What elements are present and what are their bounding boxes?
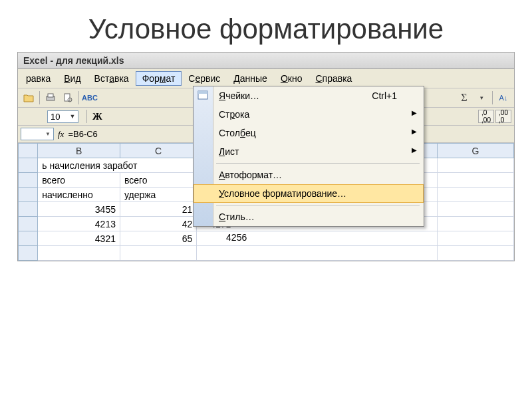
row-header[interactable] — [19, 173, 38, 188]
col-header-b[interactable]: B — [38, 144, 120, 158]
sort-asc-icon[interactable]: A↓ — [495, 90, 511, 105]
cell[interactable]: 42 — [120, 217, 196, 231]
menu-item-autoformat[interactable]: Автоформат… — [194, 166, 424, 184]
row-header[interactable] — [19, 231, 38, 246]
svg-rect-1 — [48, 94, 53, 97]
cells-icon — [198, 90, 209, 101]
menu-item-column[interactable]: Столбец ▶ — [194, 124, 424, 142]
print-icon[interactable] — [43, 90, 59, 105]
row-header[interactable] — [19, 202, 38, 217]
cell[interactable]: всего — [120, 173, 196, 188]
print-preview-icon[interactable] — [60, 90, 76, 105]
cell[interactable]: ь начисления заработ — [38, 158, 197, 173]
select-all-corner[interactable] — [19, 144, 38, 158]
open-icon[interactable] — [21, 90, 37, 105]
cell[interactable]: удержа — [120, 188, 196, 202]
row-header[interactable] — [19, 246, 38, 261]
submenu-arrow-icon: ▶ — [412, 146, 417, 154]
svg-rect-2 — [65, 94, 70, 101]
menu-format[interactable]: Формат — [136, 71, 182, 86]
menu-edit[interactable]: равка — [19, 71, 57, 86]
cell[interactable]: 4213 — [38, 217, 120, 231]
menu-view[interactable]: Вид — [57, 71, 87, 86]
menu-help[interactable]: Справка — [309, 71, 358, 86]
menu-tools[interactable]: Сервис — [182, 71, 227, 86]
font-size-select[interactable]: 10▼ — [47, 110, 78, 123]
format-menu-dropdown: Ячейки… Ctrl+1 Строка ▶ Столбец ▶ Лист ▶… — [193, 86, 424, 227]
cell[interactable]: 21 — [120, 202, 196, 217]
menu-data[interactable]: Данные — [227, 71, 274, 86]
cell-selected[interactable]: 4256 — [202, 231, 250, 246]
cell[interactable]: начисленно — [38, 188, 120, 202]
cell[interactable]: 65 — [120, 231, 196, 246]
increase-decimal-icon[interactable]: ,0,00 — [478, 110, 494, 123]
row-header[interactable] — [19, 217, 38, 231]
name-box[interactable] — [21, 128, 54, 140]
row-header[interactable] — [19, 158, 38, 173]
col-header-c[interactable]: C — [120, 144, 196, 158]
menu-insert[interactable]: Вставка — [88, 71, 136, 86]
titlebar: Excel - для лекций.xls — [18, 53, 514, 69]
decimal-group: ,0,00 ,00,0 — [478, 110, 511, 123]
col-header-g[interactable]: G — [437, 144, 513, 158]
formula-text[interactable]: =B6-C6 — [68, 129, 97, 139]
cell[interactable]: всего — [38, 173, 120, 188]
menu-item-row[interactable]: Строка ▶ — [194, 105, 424, 124]
cell[interactable]: 3455 — [38, 202, 120, 217]
decrease-decimal-icon[interactable]: ,00,0 — [495, 110, 511, 123]
spellcheck-icon[interactable]: ABC — [82, 90, 98, 105]
submenu-arrow-icon: ▶ — [412, 128, 417, 135]
menu-item-sheet[interactable]: Лист ▶ — [194, 142, 424, 161]
svg-rect-5 — [198, 91, 207, 94]
cell[interactable]: 4321 — [38, 231, 120, 246]
menu-window[interactable]: Окно — [274, 71, 309, 86]
bold-button[interactable]: Ж — [90, 111, 104, 122]
spreadsheet-grid: B C G ь начисления заработ всего всего н… — [18, 143, 514, 261]
submenu-arrow-icon: ▶ — [412, 109, 417, 116]
excel-window: Excel - для лекций.xls равка Вид Вставка… — [17, 52, 515, 261]
menu-item-cells[interactable]: Ячейки… Ctrl+1 — [194, 86, 424, 105]
fx-label[interactable]: fx — [58, 129, 64, 140]
row-header[interactable] — [19, 188, 38, 202]
sigma-icon[interactable]: Σ — [456, 90, 472, 105]
menu-item-style[interactable]: Стиль… — [194, 207, 424, 226]
dropdown-arrow-icon[interactable]: ▾ — [473, 90, 489, 105]
shortcut-text: Ctrl+1 — [372, 90, 397, 101]
slide-title: Условное форматирование — [0, 0, 532, 52]
menu-item-conditional-formatting[interactable]: Условное форматирование… — [194, 184, 424, 203]
